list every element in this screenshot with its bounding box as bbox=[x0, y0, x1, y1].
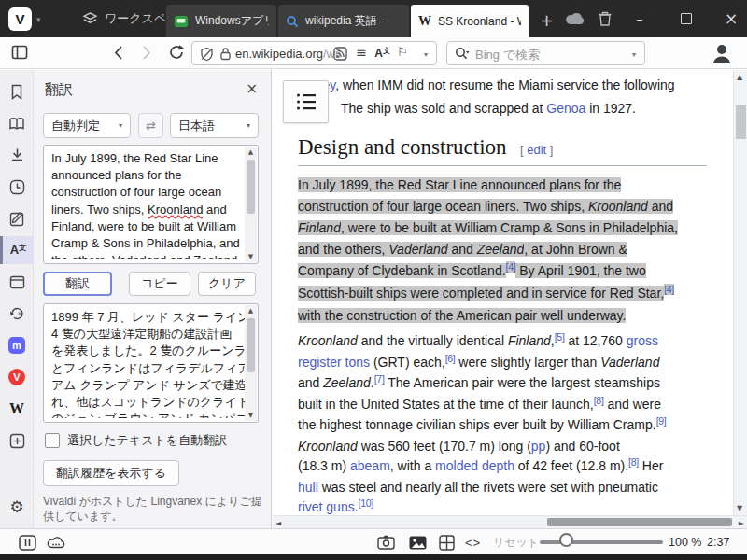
search-caret-icon[interactable]: ▾ bbox=[632, 50, 636, 59]
scroll-right-icon[interactable]: ► bbox=[739, 519, 744, 527]
toc-button[interactable] bbox=[283, 80, 329, 123]
reader-view-icon[interactable]: ≡ bbox=[356, 45, 367, 60]
rss-feed-icon[interactable] bbox=[333, 47, 347, 61]
vivaldi-menu-caret-icon[interactable]: ▾ bbox=[36, 15, 41, 24]
capture-page-button[interactable] bbox=[377, 533, 395, 552]
search-placeholder: Bing で検索 bbox=[475, 47, 540, 63]
horizontal-scrollbar[interactable]: ◄ ► bbox=[273, 515, 747, 528]
page-tiling-button[interactable] bbox=[439, 533, 455, 552]
vertical-scroll-thumb[interactable] bbox=[736, 105, 746, 139]
vivaldi-webpanel-button[interactable]: V bbox=[0, 363, 34, 391]
scroll-up-icon[interactable]: ▲ bbox=[245, 307, 257, 315]
auto-translate-checkbox[interactable] bbox=[45, 433, 60, 448]
reload-button[interactable] bbox=[168, 44, 185, 61]
windows-panel-button[interactable] bbox=[0, 268, 34, 296]
page-actions-button[interactable]: <> bbox=[465, 533, 481, 552]
mastodon-webpanel-button[interactable]: m bbox=[0, 331, 34, 359]
scroll-up-icon[interactable]: ▲ bbox=[245, 148, 257, 156]
gear-icon: ⚙ bbox=[9, 497, 23, 516]
toggle-images-button[interactable] bbox=[409, 533, 427, 552]
vivaldi-menu-button[interactable]: V bbox=[8, 7, 32, 31]
translation-history-button[interactable]: 翻訳履歴を表示する bbox=[43, 460, 179, 486]
search-field[interactable]: Bing で検索 ▾ bbox=[446, 41, 645, 65]
url-text: en.wikipedia.org/wil bbox=[235, 47, 341, 61]
zoom-value[interactable]: 100 % bbox=[669, 533, 701, 552]
translate-icon: A文 bbox=[10, 245, 26, 256]
tab-ss-kroonland-active[interactable]: W SS Kroonland - W bbox=[411, 5, 529, 37]
bookmark-flag-icon[interactable]: ⚐ bbox=[397, 45, 408, 59]
panel-close-icon[interactable]: × bbox=[246, 80, 258, 97]
wikipedia-webpanel-button[interactable]: W bbox=[0, 395, 34, 423]
history-panel-button[interactable] bbox=[0, 173, 34, 201]
panel-toggle-button[interactable] bbox=[11, 44, 28, 61]
vivaldi-icon: V bbox=[8, 369, 25, 385]
source-scrollbar[interactable]: ▲ ▼ bbox=[245, 147, 257, 262]
copy-button[interactable]: コピー bbox=[129, 272, 190, 296]
translate-page-icon[interactable]: A文 bbox=[374, 48, 390, 59]
sync-status-icon[interactable] bbox=[47, 533, 65, 552]
notes-panel-button[interactable] bbox=[0, 204, 34, 232]
sessions-panel-button[interactable] bbox=[0, 300, 34, 328]
clear-button[interactable]: クリア bbox=[198, 272, 256, 296]
forward-button[interactable] bbox=[142, 45, 151, 61]
new-tab-button[interactable]: + bbox=[540, 10, 554, 37]
tab-windows-apps[interactable]: Windowsアプリ・フ bbox=[166, 5, 276, 37]
target-text-area[interactable]: 1899 年 7 月、レッド スター ラインは4 隻の大型遠洋定期船の建設計画を… bbox=[43, 303, 259, 423]
add-webpanel-button[interactable] bbox=[0, 427, 34, 455]
address-field[interactable]: en.wikipedia.org/wil ≡ A文 ⚐ ▾ bbox=[191, 41, 437, 65]
target-scrollbar[interactable]: ▲ ▼ bbox=[245, 305, 257, 421]
source-text-area[interactable]: In July 1899, the Red Star Lineannounced… bbox=[43, 145, 259, 264]
scroll-up-icon[interactable]: ▲ bbox=[737, 73, 742, 81]
shield-blocker-icon[interactable] bbox=[200, 47, 214, 62]
scroll-down-icon[interactable]: ▼ bbox=[245, 253, 257, 260]
translate-panel-button[interactable]: A文 bbox=[0, 236, 34, 264]
sync-cloud-icon[interactable] bbox=[565, 11, 585, 25]
tab-strip: Windowsアプリ・フ wikipedia 英語 - W SS Kroonla… bbox=[166, 5, 554, 37]
downloads-panel-button[interactable] bbox=[0, 141, 34, 169]
zoom-slider-handle[interactable] bbox=[559, 533, 573, 547]
trash-closed-tabs-icon[interactable] bbox=[598, 10, 613, 27]
window-close-button[interactable]: × bbox=[715, 0, 747, 37]
back-button[interactable] bbox=[114, 45, 123, 61]
bookmarks-panel-button[interactable] bbox=[0, 77, 34, 105]
chevron-down-icon: ▾ bbox=[247, 121, 250, 130]
zoom-reset-label[interactable]: リセット bbox=[493, 533, 539, 552]
browser-window: V ▾ ワークスペース ▾ Windowsアプリ・フ wikipedia 英語 … bbox=[0, 0, 747, 560]
target-language-select[interactable]: 日本語▾ bbox=[170, 113, 259, 138]
source-language-select[interactable]: 自動判定▾ bbox=[43, 113, 131, 138]
target-text: 1899 年 7 月、レッド スター ラインは4 隻の大型遠洋定期船の建設計画を… bbox=[51, 309, 245, 418]
tab-favicon-search-icon bbox=[286, 15, 299, 28]
paragraph-selected[interactable]: In July 1899, the Red Star Line announce… bbox=[298, 175, 731, 327]
swap-languages-button[interactable]: ⇄ bbox=[138, 113, 163, 138]
maximize-icon bbox=[681, 13, 692, 24]
settings-button[interactable]: ⚙ bbox=[0, 493, 34, 521]
panel-icon-strip: A文 m V W ⚙ bbox=[0, 70, 34, 528]
window-bottom-edge bbox=[0, 554, 747, 560]
list-icon bbox=[296, 92, 317, 111]
wikipedia-article: Jersey, when IMM did not resume the Miam… bbox=[273, 70, 733, 515]
section-heading: Design and construction bbox=[298, 135, 507, 159]
break-mode-button[interactable] bbox=[19, 533, 36, 552]
lock-icon[interactable] bbox=[219, 47, 232, 61]
search-engine-icon[interactable] bbox=[455, 47, 470, 61]
scroll-thumb[interactable] bbox=[247, 318, 255, 372]
horizontal-scroll-thumb[interactable] bbox=[547, 518, 732, 526]
profile-avatar[interactable] bbox=[711, 42, 733, 64]
address-caret-icon[interactable]: ▾ bbox=[424, 50, 428, 59]
web-content: Jersey, when IMM did not resume the Miam… bbox=[273, 70, 747, 528]
scroll-down-icon[interactable]: ▼ bbox=[737, 504, 742, 512]
clock: 2:37 bbox=[707, 533, 729, 552]
scroll-left-icon[interactable]: ◄ bbox=[275, 519, 281, 527]
zoom-slider-track[interactable] bbox=[540, 540, 663, 544]
vertical-scrollbar[interactable]: ▲ ▼ bbox=[733, 70, 747, 515]
auto-translate-row: 選択したテキストを自動翻訳 bbox=[45, 432, 227, 449]
translate-button[interactable]: 翻訳 bbox=[43, 272, 112, 296]
reading-list-panel-button[interactable] bbox=[0, 109, 34, 137]
window-minimize-button[interactable]: – bbox=[624, 0, 655, 37]
auto-translate-label: 選択したテキストを自動翻訳 bbox=[67, 432, 227, 449]
scroll-thumb[interactable] bbox=[247, 160, 255, 214]
tab-wikipedia-search[interactable]: wikipedia 英語 - bbox=[278, 5, 409, 37]
scroll-down-icon[interactable]: ▼ bbox=[245, 412, 257, 419]
edit-section-link[interactable]: [ edit ] bbox=[520, 143, 553, 157]
window-maximize-button[interactable] bbox=[670, 0, 702, 37]
